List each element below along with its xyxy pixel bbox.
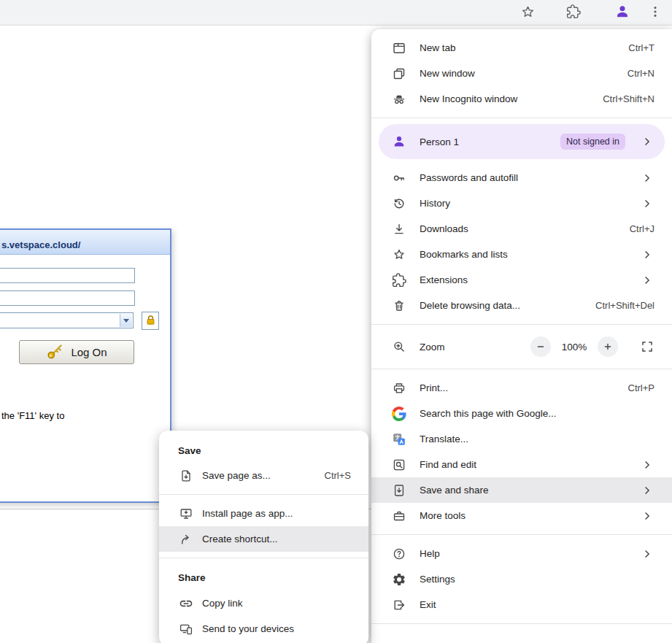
- login-dialog: s.vetspace.cloud/ Log On the 'F11' key t…: [0, 228, 171, 503]
- incognito-icon: [392, 92, 406, 107]
- submenu-separator: [159, 558, 368, 558]
- submenu-item-send-to-devices[interactable]: Send to your devices: [159, 616, 368, 642]
- browser-menu-button[interactable]: [644, 2, 665, 23]
- chevron-right-icon: [640, 273, 654, 288]
- profile-avatar-button[interactable]: [611, 2, 633, 23]
- menu-item-save-and-share[interactable]: Save and share: [371, 477, 672, 503]
- bookmark-star-button[interactable]: [517, 2, 538, 23]
- lock-button[interactable]: [142, 312, 159, 330]
- history-icon: [392, 196, 406, 211]
- dialog-title-text: s.vetspace.cloud/: [1, 239, 80, 250]
- submenu-item-label: Create shortcut...: [202, 534, 351, 544]
- profile-name: Person 1: [420, 136, 560, 147]
- save-share-submenu: Save Save page as... Ctrl+S Install page…: [159, 431, 368, 643]
- menu-item-shortcut: Ctrl+N: [627, 68, 654, 79]
- submenu-header-share: Share: [159, 564, 368, 590]
- menu-item-label: New window: [420, 68, 619, 79]
- fullscreen-button[interactable]: [640, 339, 654, 354]
- menu-item-history[interactable]: History: [371, 190, 672, 216]
- menu-item-zoom: Zoom 100%: [371, 331, 672, 363]
- menu-item-label: Passwords and autofill: [420, 172, 631, 183]
- log-on-label: Log On: [71, 346, 107, 358]
- menu-separator: [371, 623, 672, 624]
- dropdown-select[interactable]: [0, 312, 134, 328]
- kebab-menu-icon: [648, 4, 663, 21]
- gear-icon: [392, 572, 406, 587]
- download-icon: [392, 222, 406, 236]
- signin-status-badge: Not signed in: [560, 134, 625, 150]
- submenu-separator: [159, 494, 368, 495]
- menu-item-shortcut: Ctrl+P: [628, 382, 654, 393]
- menu-item-label: New Incognito window: [420, 93, 594, 104]
- menu-item-label: Print...: [420, 382, 619, 393]
- menu-item-label: Bookmarks and lists: [420, 249, 631, 260]
- submenu-item-install-page-as-app[interactable]: Install page as app...: [159, 501, 368, 526]
- menu-item-shortcut: Ctrl+Shift+N: [603, 93, 654, 104]
- combo-dropdown-button[interactable]: [120, 314, 132, 327]
- password-input[interactable]: [0, 290, 135, 306]
- menu-item-more-tools[interactable]: More tools: [371, 503, 672, 528]
- menu-item-print[interactable]: Print... Ctrl+P: [371, 375, 672, 401]
- menu-item-bookmarks-lists[interactable]: Bookmarks and lists: [371, 242, 672, 267]
- menu-item-extensions[interactable]: Extensions: [371, 267, 672, 293]
- help-icon: [392, 547, 406, 561]
- dropdown-arrow-icon: [123, 319, 129, 323]
- menu-item-label: Find and edit: [420, 459, 631, 470]
- menu-separator: [371, 534, 672, 535]
- menu-item-label: More tools: [420, 510, 631, 521]
- submenu-item-label: Install page as app...: [202, 508, 351, 519]
- menu-item-label: History: [420, 198, 631, 209]
- menu-item-help[interactable]: Help: [371, 541, 672, 566]
- menu-item-shortcut: Ctrl+J: [630, 223, 654, 234]
- submenu-item-label: Send to your devices: [202, 623, 351, 634]
- menu-item-shortcut: Ctrl+Shift+Del: [595, 300, 654, 311]
- zoom-in-button[interactable]: [598, 336, 618, 357]
- menu-item-label: Extensions: [420, 274, 631, 285]
- menu-item-new-incognito-window[interactable]: New Incognito window Ctrl+Shift+N: [371, 86, 672, 112]
- install-app-icon: [179, 507, 193, 521]
- menu-item-new-tab[interactable]: New tab Ctrl+T: [371, 35, 672, 61]
- menu-item-settings[interactable]: Settings: [371, 566, 672, 592]
- menu-item-new-window[interactable]: New window Ctrl+N: [371, 61, 672, 86]
- shortcut-arrow-icon: [179, 532, 193, 547]
- chevron-right-icon: [640, 509, 654, 523]
- username-input[interactable]: [0, 268, 135, 283]
- star-icon: [520, 4, 536, 22]
- menu-separator: [371, 324, 672, 325]
- toolbox-icon: [392, 509, 406, 523]
- find-edit-icon: [392, 458, 406, 472]
- menu-item-profile[interactable]: Person 1 Not signed in: [379, 124, 665, 159]
- new-window-icon: [392, 66, 406, 81]
- person-icon: [614, 4, 630, 22]
- menu-item-find-and-edit[interactable]: Find and edit: [371, 452, 672, 477]
- puzzle-icon: [392, 273, 406, 288]
- menu-item-delete-browsing-data[interactable]: Delete browsing data... Ctrl+Shift+Del: [371, 293, 672, 318]
- save-share-icon: [392, 483, 406, 498]
- submenu-item-label: Copy link: [202, 598, 351, 609]
- menu-item-passwords-autofill[interactable]: Passwords and autofill: [371, 165, 672, 190]
- submenu-item-save-page-as[interactable]: Save page as... Ctrl+S: [159, 463, 368, 488]
- browser-toolbar: [0, 0, 672, 26]
- menu-item-downloads[interactable]: Downloads Ctrl+J: [371, 216, 672, 242]
- log-on-button[interactable]: Log On: [19, 340, 134, 364]
- submenu-item-copy-link[interactable]: Copy link: [159, 590, 368, 616]
- zoom-out-button[interactable]: [530, 336, 551, 357]
- dialog-hint-text: the 'F11' key to: [1, 410, 64, 421]
- submenu-item-label: Save page as...: [202, 470, 316, 481]
- extensions-button[interactable]: [563, 2, 584, 23]
- key-icon: [392, 171, 406, 185]
- dialog-titlebar: s.vetspace.cloud/: [0, 230, 170, 255]
- menu-item-translate[interactable]: Translate...: [371, 426, 672, 452]
- menu-item-exit[interactable]: Exit: [371, 592, 672, 617]
- menu-item-label: Delete browsing data...: [420, 300, 587, 311]
- menu-item-search-with-google[interactable]: Search this page with Google...: [371, 401, 672, 426]
- chevron-right-icon: [640, 247, 654, 262]
- submenu-item-create-shortcut[interactable]: Create shortcut...: [159, 526, 368, 552]
- menu-item-label: Downloads: [420, 223, 621, 234]
- menu-item-label: Translate...: [420, 434, 654, 444]
- submenu-header-save: Save: [159, 438, 368, 463]
- menu-item-label: Help: [420, 548, 631, 559]
- star-icon: [392, 247, 406, 262]
- chevron-right-icon: [640, 547, 654, 561]
- menu-item-label: Settings: [420, 574, 654, 585]
